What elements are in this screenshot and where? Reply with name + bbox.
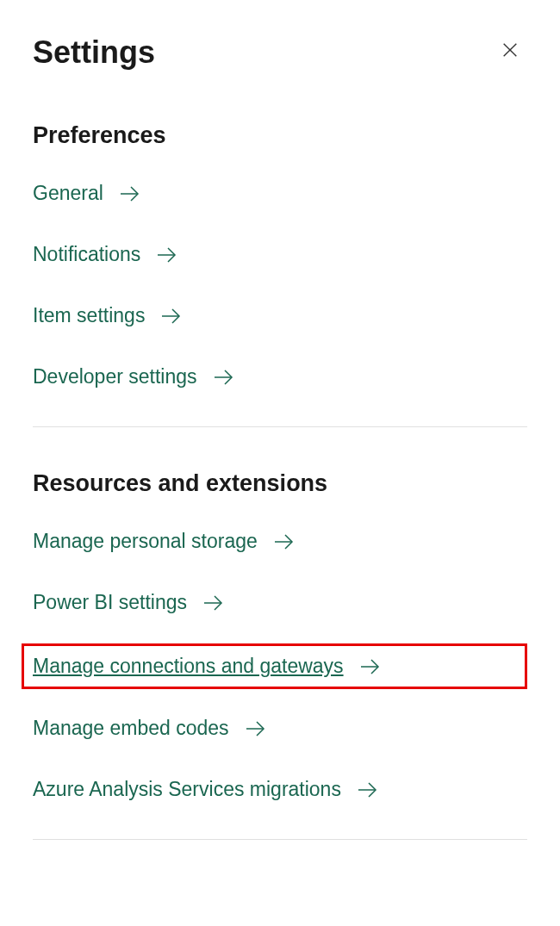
arrow-right-icon: [202, 594, 225, 612]
link-label: Power BI settings: [33, 591, 187, 614]
page-title: Settings: [33, 34, 155, 71]
section-divider: [33, 839, 527, 840]
link-label: Developer settings: [33, 365, 197, 388]
arrow-right-icon: [119, 185, 141, 202]
link-label: Azure Analysis Services migrations: [33, 778, 341, 801]
link-manage-connections-gateways[interactable]: Manage connections and gateways: [33, 655, 516, 678]
close-button[interactable]: [493, 35, 527, 70]
arrow-right-icon: [273, 533, 296, 550]
link-developer-settings[interactable]: Developer settings: [33, 365, 527, 388]
arrow-right-icon: [160, 308, 183, 325]
link-manage-embed-codes[interactable]: Manage embed codes: [33, 717, 527, 740]
link-label: General: [33, 182, 103, 205]
preferences-title: Preferences: [33, 122, 527, 149]
arrow-right-icon: [245, 720, 267, 737]
section-divider: [33, 426, 527, 427]
link-label: Notifications: [33, 243, 140, 266]
link-item-settings[interactable]: Item settings: [33, 304, 527, 327]
settings-header: Settings: [33, 34, 527, 71]
resources-title: Resources and extensions: [33, 470, 527, 497]
link-azure-analysis-migrations[interactable]: Azure Analysis Services migrations: [33, 778, 527, 801]
link-manage-personal-storage[interactable]: Manage personal storage: [33, 530, 527, 553]
resources-section: Resources and extensions Manage personal…: [33, 470, 527, 801]
link-general[interactable]: General: [33, 182, 527, 205]
link-power-bi-settings[interactable]: Power BI settings: [33, 591, 527, 614]
arrow-right-icon: [357, 781, 379, 799]
arrow-right-icon: [156, 246, 178, 264]
arrow-right-icon: [359, 658, 382, 675]
highlighted-box: Manage connections and gateways: [22, 643, 527, 689]
link-label: Manage personal storage: [33, 530, 258, 553]
link-label: Manage embed codes: [33, 717, 229, 740]
arrow-right-icon: [213, 369, 235, 386]
preferences-section: Preferences General Notifications Item s…: [33, 122, 527, 388]
link-label: Manage connections and gateways: [33, 655, 344, 678]
close-icon: [501, 40, 520, 65]
link-label: Item settings: [33, 304, 145, 327]
link-notifications[interactable]: Notifications: [33, 243, 527, 266]
